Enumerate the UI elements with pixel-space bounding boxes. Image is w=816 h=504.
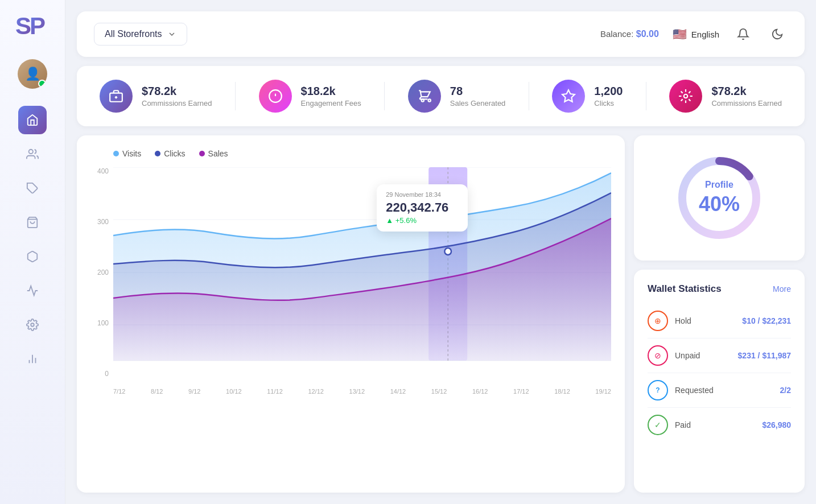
x-label-2: 8/12 <box>151 388 163 395</box>
wallet-value-requested: 2/2 <box>780 386 791 395</box>
stat-info-clicks: 1,200 Clicks <box>594 85 623 108</box>
notification-button[interactable] <box>733 24 753 44</box>
y-label-0: 0 <box>105 370 109 378</box>
stat-label-engagement: Engagement Fees <box>301 99 361 108</box>
language-label: English <box>691 30 719 39</box>
bottom-row: Visits Clicks Sales 400 300 200 100 <box>77 135 805 493</box>
x-label-3: 9/12 <box>188 388 200 395</box>
x-label-10: 16/12 <box>472 388 488 395</box>
stat-label-commissions: Commissions Earned <box>142 99 212 108</box>
svg-point-16 <box>428 99 430 101</box>
x-label-13: 19/12 <box>595 388 611 395</box>
stat-clicks: 1,200 Clicks <box>552 80 623 113</box>
sidebar-item-users[interactable] <box>18 140 47 168</box>
svg-marker-17 <box>563 90 575 102</box>
wallet-header: Wallet Statistics More <box>648 283 791 295</box>
sidebar-item-analytics[interactable] <box>18 345 47 373</box>
legend-label-clicks: Clicks <box>164 149 185 158</box>
svg-point-26 <box>444 248 451 255</box>
svg-text:S: S <box>15 13 31 39</box>
profile-card: Profile 40% <box>634 135 805 261</box>
theme-toggle-button[interactable] <box>767 24 788 44</box>
legend-dot-sales <box>199 151 205 156</box>
profile-ring-svg <box>674 152 765 243</box>
stat-commissions2: $78.2k Commissions Earned <box>669 80 782 113</box>
moon-icon <box>771 28 784 40</box>
y-label-200: 200 <box>97 268 109 276</box>
wallet-icon-paid: ✓ <box>648 415 668 435</box>
y-label-300: 300 <box>97 218 109 226</box>
stat-value-sales: 78 <box>450 85 506 98</box>
stat-commissions: $78.2k Commissions Earned <box>100 80 212 113</box>
wallet-label-requested: Requested <box>675 386 780 395</box>
wallet-more-button[interactable]: More <box>773 284 791 294</box>
chevron-down-icon <box>167 30 176 39</box>
stat-icon-commissions <box>100 80 133 113</box>
wallet-item-unpaid: ⊘ Unpaid $231 / $11,987 <box>648 338 791 373</box>
tooltip-date: 29 November 18:34 <box>386 191 459 198</box>
stats-bar: $78.2k Commissions Earned $18.2k Engagem… <box>77 66 805 126</box>
language-selector[interactable]: 🇺🇸 English <box>673 27 719 41</box>
legend-dot-clicks <box>155 151 160 156</box>
bell-icon <box>737 28 749 40</box>
x-label-1: 7/12 <box>113 388 125 395</box>
stat-divider-2 <box>384 82 385 110</box>
main-content: All Storefronts Balance: $0.00 🇺🇸 Englis… <box>65 0 816 504</box>
stat-info-sales: 78 Sales Generated <box>450 85 506 108</box>
stat-divider-4 <box>646 82 646 110</box>
svg-text:P: P <box>30 13 46 39</box>
wallet-title: Wallet Statistics <box>648 283 722 295</box>
x-label-8: 14/12 <box>390 388 406 395</box>
wallet-value-paid: $26,980 <box>762 420 791 429</box>
sidebar-item-store[interactable] <box>18 208 47 237</box>
x-label-12: 18/12 <box>554 388 570 395</box>
right-panel: Profile 40% Wallet Statistics More ⊕ Hol… <box>634 135 805 493</box>
sidebar-item-home[interactable] <box>18 106 47 134</box>
stat-info-engagement: $18.2k Engagement Fees <box>301 85 361 108</box>
stat-label-sales: Sales Generated <box>450 99 506 108</box>
y-label-100: 100 <box>97 319 109 327</box>
profile-ring-container: Profile 40% <box>674 152 765 243</box>
header-right: Balance: $0.00 🇺🇸 English <box>600 24 788 44</box>
wallet-icon-requested: ? <box>648 380 668 400</box>
logo: S P <box>15 11 50 42</box>
chart-card: Visits Clicks Sales 400 300 200 100 <box>77 135 625 493</box>
wallet-label-unpaid: Unpaid <box>675 351 738 360</box>
stat-divider-3 <box>529 82 529 110</box>
tooltip-change: +5.6% <box>386 216 459 225</box>
svg-point-2 <box>29 150 33 154</box>
stat-sales: 78 Sales Generated <box>408 80 506 113</box>
sidebar-item-affiliate[interactable] <box>18 174 47 203</box>
stat-label-commissions2: Commissions Earned <box>711 99 782 108</box>
wallet-label-hold: Hold <box>675 316 742 325</box>
sidebar-item-settings[interactable] <box>18 311 47 339</box>
flag-icon: 🇺🇸 <box>673 27 687 41</box>
stat-divider-1 <box>235 82 236 110</box>
stat-icon-clicks <box>552 80 585 113</box>
balance-value: $0.00 <box>636 29 659 39</box>
legend-clicks: Clicks <box>155 149 185 158</box>
stat-icon-commissions2 <box>669 80 702 113</box>
wallet-icon-unpaid: ⊘ <box>648 345 668 366</box>
stat-label-clicks: Clicks <box>594 99 623 108</box>
storefront-dropdown[interactable]: All Storefronts <box>94 23 187 46</box>
svg-point-15 <box>421 99 423 101</box>
sidebar-item-products[interactable] <box>18 242 47 271</box>
legend-dot-visits <box>113 151 119 156</box>
wallet-value-unpaid: $231 / $11,987 <box>738 351 791 360</box>
x-label-9: 15/12 <box>431 388 447 395</box>
legend-label-sales: Sales <box>208 149 228 158</box>
stat-engagement: $18.2k Engagement Fees <box>259 80 361 113</box>
x-label-6: 12/12 <box>308 388 324 395</box>
chart-area: 400 300 200 100 0 <box>90 167 611 395</box>
x-label-5: 11/12 <box>267 388 283 395</box>
avatar[interactable]: 👤 <box>18 59 47 89</box>
tooltip-value: 220,342.76 <box>386 200 459 215</box>
sidebar-item-bucket[interactable] <box>18 276 47 305</box>
header: All Storefronts Balance: $0.00 🇺🇸 Englis… <box>77 11 805 57</box>
x-label-4: 10/12 <box>226 388 242 395</box>
balance-label: Balance: <box>600 29 633 39</box>
wallet-icon-hold: ⊕ <box>648 311 668 331</box>
stat-icon-engagement <box>259 80 292 113</box>
stat-icon-sales <box>408 80 441 113</box>
